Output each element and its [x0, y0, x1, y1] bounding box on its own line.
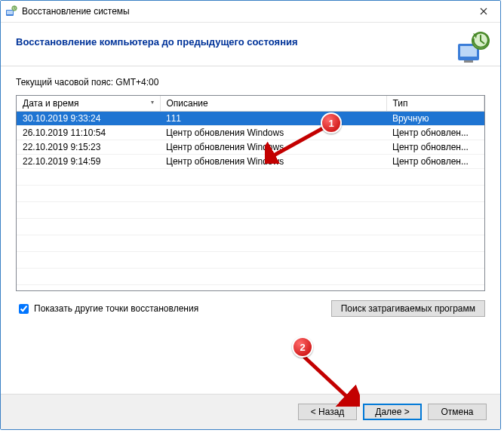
cell-type: Центр обновлен... — [386, 140, 484, 155]
cell-datetime: 26.10.2019 11:10:54 — [17, 126, 160, 140]
show-more-restore-points-checkbox[interactable]: Показать другие точки восстановления — [16, 302, 198, 316]
cell-datetime: 30.10.2019 9:33:24 — [17, 112, 160, 126]
col-header-type[interactable]: Тип — [386, 96, 484, 112]
timezone-label: Текущий часовой пояс: GMT+4:00 — [16, 77, 485, 88]
show-more-checkbox-label: Показать другие точки восстановления — [34, 303, 198, 314]
scan-affected-programs-button[interactable]: Поиск затрагиваемых программ — [331, 300, 485, 317]
window-title: Восстановление системы — [22, 6, 467, 17]
system-restore-big-icon — [455, 30, 491, 66]
svg-rect-1 — [7, 11, 13, 14]
wizard-body: Текущий часовой пояс: GMT+4:00 Дата и вр… — [1, 66, 500, 317]
svg-rect-5 — [464, 60, 473, 63]
cell-type: Центр обновлен... — [386, 126, 484, 140]
close-icon — [480, 5, 487, 17]
wizard-footer: < Назад Далее > Отмена — [1, 394, 500, 429]
table-row[interactable]: 22.10.2019 9:14:59Центр обновления Windo… — [17, 155, 484, 169]
sort-desc-icon: ▾ — [151, 99, 154, 106]
cancel-button[interactable]: Отмена — [428, 404, 487, 420]
back-button[interactable]: < Назад — [298, 404, 357, 420]
show-more-checkbox-input[interactable] — [19, 304, 29, 314]
table-row-empty — [17, 285, 484, 292]
next-button[interactable]: Далее > — [363, 404, 422, 420]
cell-type: Центр обновлен... — [386, 155, 484, 169]
cell-description: 111 — [160, 112, 386, 126]
table-row-empty — [17, 219, 484, 235]
table-row-empty — [17, 235, 484, 252]
annotation-badge-2: 2 — [292, 336, 313, 358]
svg-line-8 — [304, 357, 348, 398]
under-table-row: Показать другие точки восстановления Пои… — [16, 300, 485, 317]
table-row-empty — [17, 186, 484, 202]
table-row[interactable]: 30.10.2019 9:33:24111Вручную — [17, 112, 484, 126]
cell-datetime: 22.10.2019 9:15:23 — [17, 140, 160, 155]
cell-type: Вручную — [386, 112, 484, 126]
col-header-description[interactable]: Описание — [160, 96, 386, 112]
page-heading: Восстановление компьютера до предыдущего… — [16, 36, 485, 48]
table-header-row: Дата и время ▾ Описание Тип — [17, 96, 484, 112]
cell-description: Центр обновления Windows — [160, 140, 386, 155]
cell-description: Центр обновления Windows — [160, 126, 386, 140]
cell-description: Центр обновления Windows — [160, 155, 386, 169]
annotation-badge-1: 1 — [321, 112, 342, 134]
app-icon — [5, 5, 17, 17]
svg-rect-4 — [460, 46, 477, 57]
system-restore-window: Восстановление системы Восстановление ко… — [0, 0, 501, 430]
close-button[interactable] — [467, 1, 500, 22]
wizard-header: Восстановление компьютера до предыдущего… — [1, 23, 500, 66]
table-row-empty — [17, 269, 484, 285]
table-row-empty — [17, 202, 484, 219]
cell-datetime: 22.10.2019 9:14:59 — [17, 155, 160, 169]
col-header-datetime[interactable]: Дата и время ▾ — [17, 96, 160, 112]
table-row[interactable]: 22.10.2019 9:15:23Центр обновления Windo… — [17, 140, 484, 155]
table-row-empty — [17, 169, 484, 186]
titlebar: Восстановление системы — [1, 1, 500, 23]
table-row-empty — [17, 252, 484, 269]
table-row[interactable]: 26.10.2019 11:10:54Центр обновления Wind… — [17, 126, 484, 140]
restore-points-table[interactable]: Дата и время ▾ Описание Тип 30.10.2019 9… — [16, 95, 485, 291]
